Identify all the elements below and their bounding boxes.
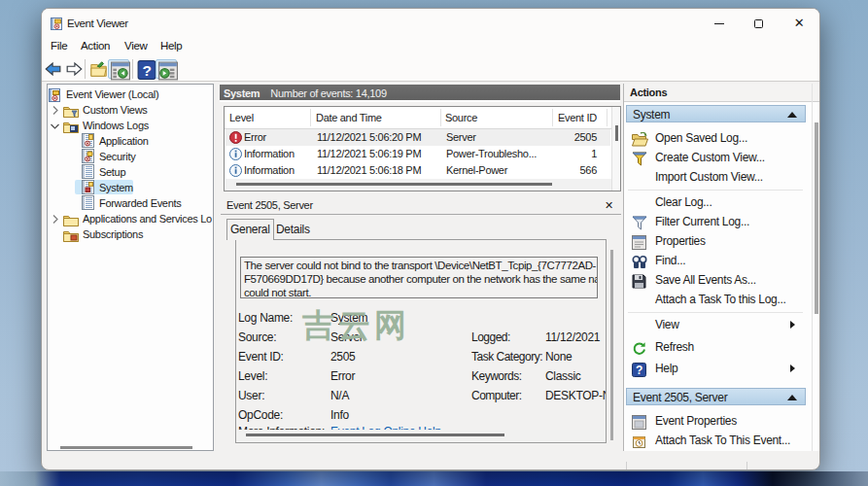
svg-text:?: ? [636,364,642,377]
svg-text:?: ? [142,62,151,79]
